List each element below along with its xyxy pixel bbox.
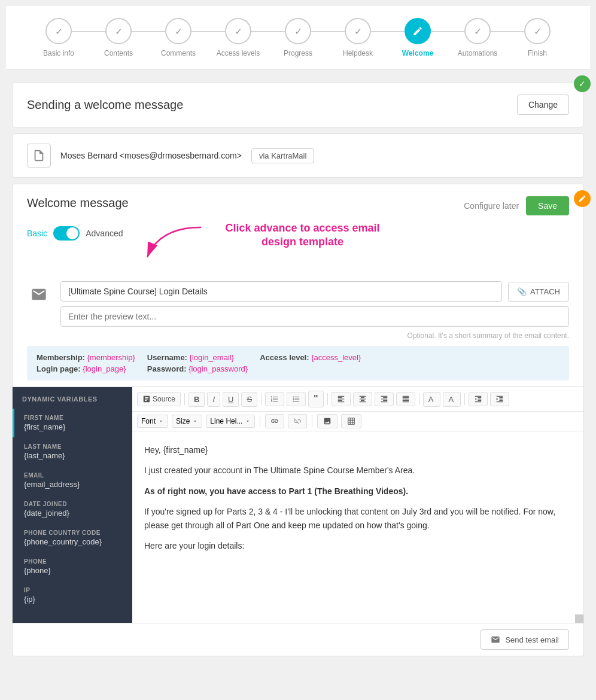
step-progress[interactable]: ✓ Progress — [268, 18, 328, 57]
orange-pencil-badge — [574, 190, 591, 207]
dyn-var-ip[interactable]: IP {ip} — [13, 581, 132, 610]
step-basic-info[interactable]: ✓ Basic info — [29, 18, 89, 57]
toggle-row: Basic Advanced — [27, 226, 123, 241]
highlight-button[interactable]: A — [443, 392, 461, 407]
dyn-var-ip-code: {ip} — [24, 595, 123, 604]
step-helpdesk[interactable]: ✓ Helpdesk — [328, 18, 388, 57]
sender-name: Moses Bernard <moses@drmosesbernard.com> — [60, 151, 242, 160]
step-circle-welcome — [405, 18, 431, 44]
sending-card-header: Sending a welcome message Change — [13, 83, 583, 127]
align-left-button[interactable] — [332, 392, 351, 406]
tb-divider5 — [464, 393, 465, 405]
dyn-var-email[interactable]: EMAIL {email_address} — [13, 466, 132, 495]
dyn-var-email-code: {email_address} — [24, 480, 123, 489]
step-label-progress: Progress — [284, 49, 312, 57]
unlink-button[interactable] — [288, 414, 307, 428]
save-button[interactable]: Save — [526, 196, 569, 215]
bold-button[interactable]: B — [188, 392, 205, 407]
dyn-var-last-name[interactable]: LAST NAME {last_name} — [13, 437, 132, 466]
blockquote-button[interactable]: " — [308, 391, 324, 407]
dyn-var-first-name[interactable]: FIRST NAME {first_name} — [13, 409, 132, 437]
configure-later-link[interactable]: Configure later — [464, 201, 519, 211]
editor-body[interactable]: Hey, {first_name} I just created your ac… — [132, 431, 583, 623]
wizard-steps: ✓ Basic info ✓ Contents ✓ Comments ✓ Acc… — [6, 6, 590, 70]
unordered-list-button[interactable] — [287, 392, 306, 406]
underline-button[interactable]: U — [223, 392, 239, 407]
ordered-list-button[interactable] — [265, 392, 284, 406]
step-label-access-levels: Access levels — [217, 49, 260, 57]
editor-header: Welcome message Configure later Save — [13, 184, 583, 221]
step-circle-progress: ✓ — [285, 18, 311, 44]
dyn-var-phone-country[interactable]: PHONE COUNTRY CODE {phone_country_code} — [13, 524, 132, 552]
size-select[interactable]: Size — [172, 415, 202, 428]
step-comments[interactable]: ✓ Comments — [148, 18, 208, 57]
tb2-divider2 — [312, 415, 312, 427]
preview-text-input[interactable] — [60, 306, 569, 327]
envelope-icon — [27, 282, 51, 306]
dyn-var-first-name-code: {first_name} — [24, 422, 123, 431]
justify-button[interactable] — [396, 392, 415, 406]
membership-value: {membership} — [87, 353, 135, 362]
editor-wrapper: DYNAMIC VARIABLES FIRST NAME {first_name… — [13, 386, 583, 623]
send-test-label: Send test email — [505, 635, 559, 644]
sender-info-row: Moses Bernard <moses@drmosesbernard.com>… — [13, 134, 583, 177]
var-login-page: Login page: {login_page} — [37, 364, 135, 373]
send-test-row: Send test email — [13, 623, 583, 656]
toolbar-row2: Font Size Line Hei... — [132, 412, 583, 431]
dyn-var-email-label: EMAIL — [24, 472, 123, 479]
green-check-badge: ✓ — [574, 75, 591, 92]
step-circle-comments: ✓ — [165, 18, 191, 44]
dyn-var-phone-country-label: PHONE COUNTRY CODE — [24, 529, 123, 536]
dynamic-variables-title: DYNAMIC VARIABLES — [13, 387, 132, 409]
var-col-username: Username: {login_email} Password: {login… — [147, 353, 248, 373]
source-button[interactable]: Source — [137, 392, 181, 406]
sender-icon — [27, 144, 51, 168]
step-circle-automations: ✓ — [464, 18, 491, 44]
step-welcome[interactable]: Welcome — [388, 18, 448, 57]
send-test-button[interactable]: Send test email — [481, 629, 569, 650]
step-label-automations: Automations — [458, 49, 498, 57]
editor-line5: Here are your login details: — [144, 539, 571, 552]
welcome-message-card: Welcome message Configure later Save Bas… — [12, 184, 584, 656]
indent-increase-button[interactable] — [490, 392, 509, 406]
editor-title: Welcome message — [27, 196, 129, 210]
attach-button[interactable]: 📎 ATTACH — [508, 282, 569, 302]
access-value: {access_level} — [311, 353, 361, 362]
toggle-switch[interactable] — [53, 226, 80, 241]
step-label-contents: Contents — [104, 49, 133, 57]
indent-decrease-button[interactable] — [469, 392, 488, 406]
link-button[interactable] — [265, 414, 284, 428]
italic-button[interactable]: I — [207, 392, 220, 407]
strikethrough-button[interactable]: S — [241, 392, 257, 407]
step-access-levels[interactable]: ✓ Access levels — [208, 18, 268, 57]
step-automations[interactable]: ✓ Automations — [448, 18, 507, 57]
change-button[interactable]: Change — [517, 95, 569, 115]
var-password: Password: {login_password} — [147, 364, 248, 373]
dynamic-variables-panel: DYNAMIC VARIABLES FIRST NAME {first_name… — [13, 387, 132, 623]
align-center-button[interactable] — [353, 392, 372, 406]
username-label: Username: — [147, 353, 187, 362]
dyn-var-date-joined[interactable]: DATE JOINED {date_joined} — [13, 495, 132, 524]
toggle-advanced-label: Advanced — [86, 229, 123, 238]
step-circle-finish: ✓ — [524, 18, 551, 44]
dyn-var-ip-label: IP — [24, 587, 123, 594]
line-height-select[interactable]: Line Hei... — [206, 415, 255, 428]
align-right-button[interactable] — [375, 392, 394, 406]
var-col-access: Access level: {access_level} — [260, 353, 361, 373]
paperclip-icon: 📎 — [517, 287, 527, 296]
toolbar-row1: Source B I U S " — [132, 387, 583, 412]
table-button[interactable] — [341, 414, 361, 428]
subject-input[interactable] — [60, 281, 502, 302]
step-contents[interactable]: ✓ Contents — [89, 18, 148, 57]
step-label-helpdesk: Helpdesk — [343, 49, 373, 57]
password-value: {login_password} — [188, 364, 248, 373]
editor-line2: I just created your account in The Ultim… — [144, 464, 571, 477]
image-button[interactable] — [317, 414, 337, 428]
tb-divider2 — [261, 393, 261, 405]
sending-title: Sending a welcome message — [27, 98, 183, 112]
font-select[interactable]: Font — [137, 415, 168, 428]
editor-line3: As of right now, you have access to Part… — [144, 485, 571, 498]
font-color-button[interactable]: A — [423, 392, 441, 407]
step-finish[interactable]: ✓ Finish — [507, 18, 567, 57]
dyn-var-phone[interactable]: PHONE {phone} — [13, 552, 132, 581]
